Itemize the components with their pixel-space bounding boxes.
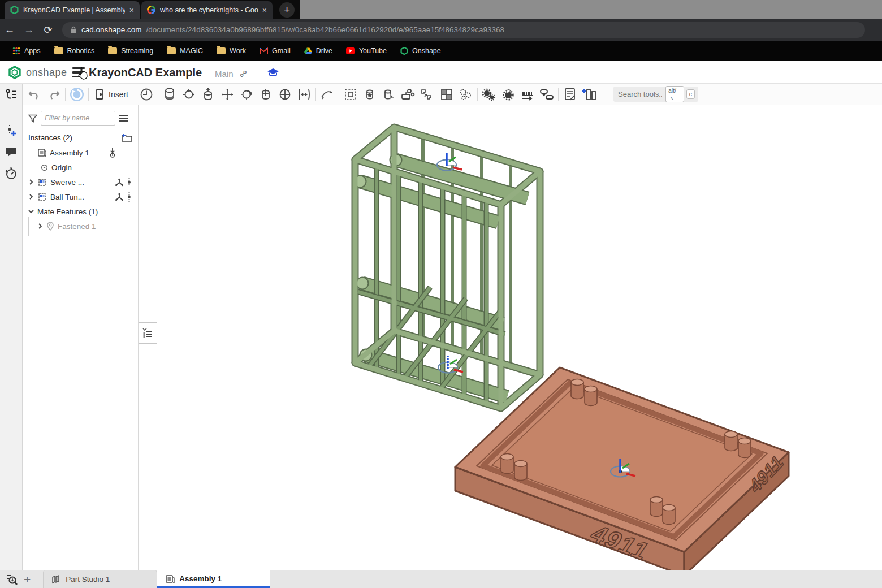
configurations-icon[interactable] bbox=[580, 86, 599, 103]
tree-item-mate-features[interactable]: Mate Features (1) bbox=[23, 204, 138, 219]
chevron-right-icon[interactable] bbox=[37, 223, 43, 229]
add-instance-icon[interactable] bbox=[3, 123, 19, 138]
bom-icon[interactable] bbox=[560, 86, 580, 103]
slider-mate-icon[interactable] bbox=[198, 86, 218, 103]
redo-icon[interactable] bbox=[44, 86, 63, 103]
tangent-mate-icon[interactable] bbox=[275, 86, 295, 103]
history-icon[interactable] bbox=[3, 166, 19, 181]
workspace-name[interactable]: Main bbox=[215, 69, 234, 79]
filter-row bbox=[23, 105, 138, 130]
tree-item-fastened[interactable]: Fastened 1 bbox=[23, 219, 138, 234]
ball-tunnel-model[interactable] bbox=[354, 127, 541, 408]
part-instance-icon bbox=[37, 192, 47, 201]
back-icon[interactable]: ← bbox=[0, 24, 19, 36]
belt-relation-icon[interactable] bbox=[537, 86, 556, 103]
search-tabs-icon[interactable] bbox=[6, 574, 18, 585]
address-bar[interactable]: cad.onshape.com/documents/24d836034a0b96… bbox=[62, 22, 865, 38]
filter-icon[interactable] bbox=[28, 114, 37, 123]
chevron-right-icon[interactable] bbox=[28, 194, 34, 200]
dof-indicator-icon bbox=[127, 178, 131, 187]
bookmark-label: Drive bbox=[316, 47, 332, 55]
fastened-mate-pin-icon bbox=[46, 222, 54, 231]
tree-item-assembly[interactable]: Assembly 1 bbox=[23, 145, 138, 160]
dof-indicator-icon bbox=[127, 192, 131, 202]
mate-connector-icon[interactable] bbox=[418, 86, 437, 103]
tree-item-label: Fastened 1 bbox=[58, 222, 96, 231]
apps-grid-icon bbox=[12, 47, 20, 55]
insert-button[interactable]: Insert bbox=[90, 86, 133, 103]
feature-list-icon bbox=[142, 327, 153, 339]
part-studio-icon bbox=[51, 574, 61, 584]
instance-tree-icon[interactable] bbox=[3, 87, 19, 102]
rotate-view-icon[interactable] bbox=[67, 86, 87, 103]
revolute-mate-icon[interactable] bbox=[137, 86, 156, 103]
snap-mode-icon[interactable] bbox=[318, 86, 337, 103]
tree-item-label: Assembly 1 bbox=[50, 149, 89, 157]
new-folder-icon[interactable] bbox=[122, 133, 132, 142]
undo-icon[interactable] bbox=[25, 86, 44, 103]
tab-title: KrayonCAD Example | Assembly bbox=[23, 6, 125, 14]
manage-positions-icon[interactable] bbox=[379, 86, 399, 103]
onshape-logo[interactable]: onshape bbox=[8, 66, 67, 79]
chevron-right-icon[interactable] bbox=[28, 179, 34, 185]
learning-center-icon[interactable] bbox=[267, 68, 279, 77]
bookmark-onshape[interactable]: Onshape bbox=[395, 47, 447, 55]
list-options-icon[interactable] bbox=[119, 114, 129, 122]
fastened-mate-icon[interactable] bbox=[160, 86, 179, 103]
ball-mate-icon[interactable] bbox=[179, 86, 198, 103]
mates-icon bbox=[115, 178, 124, 187]
close-tab-icon[interactable]: × bbox=[129, 6, 134, 14]
forward-icon[interactable]: → bbox=[19, 24, 38, 36]
youtube-icon bbox=[346, 47, 355, 54]
search-tools-input[interactable] bbox=[617, 89, 663, 99]
filter-input[interactable] bbox=[41, 111, 115, 126]
named-positions-icon[interactable] bbox=[360, 86, 379, 103]
bookmark-magic[interactable]: MAGIC bbox=[161, 47, 209, 55]
search-tools[interactable]: alt/⌥ c bbox=[613, 87, 698, 102]
bookmark-work[interactable]: Work bbox=[211, 47, 252, 55]
bookmark-label: Streaming bbox=[121, 47, 153, 55]
planar-mate-icon[interactable] bbox=[218, 86, 237, 103]
display-states-icon[interactable] bbox=[437, 86, 456, 103]
bookmark-drive[interactable]: Drive bbox=[299, 47, 338, 55]
group-icon[interactable] bbox=[399, 86, 418, 103]
onshape-logo-icon bbox=[8, 66, 21, 79]
tree-item-ball-tunnel[interactable]: Ball Tun... bbox=[23, 189, 138, 204]
brand-name: onshape bbox=[26, 67, 67, 79]
bookmark-label: Gmail bbox=[272, 47, 291, 55]
tree-item-swerve[interactable]: Swerve ... bbox=[23, 175, 138, 189]
insert-label: Insert bbox=[109, 90, 128, 99]
cylindrical-mate-icon[interactable] bbox=[237, 86, 256, 103]
bookmark-youtube[interactable]: YouTube bbox=[340, 47, 392, 55]
rack-pinion-relation-icon[interactable] bbox=[518, 86, 537, 103]
browser-tab-onshape[interactable]: KrayonCAD Example | Assembly × bbox=[5, 1, 140, 19]
bookmark-gmail[interactable]: Gmail bbox=[254, 47, 296, 55]
assembly-3d-view[interactable]: 4911 4911 bbox=[139, 105, 882, 570]
features-panel-toggle[interactable] bbox=[139, 322, 157, 344]
onshape-favicon-icon bbox=[10, 6, 19, 14]
browser-tab-google[interactable]: who are the cyberknights - Goog × bbox=[141, 1, 273, 19]
tree-item-origin[interactable]: Origin bbox=[23, 160, 138, 175]
reload-icon[interactable]: ⟳ bbox=[38, 24, 58, 36]
chevron-down-icon[interactable] bbox=[28, 209, 34, 214]
tab-assembly[interactable]: Assembly 1 bbox=[157, 570, 270, 588]
bookmark-apps[interactable]: Apps bbox=[7, 47, 46, 55]
screw-relation-icon[interactable] bbox=[499, 86, 518, 103]
assembly-icon bbox=[37, 148, 46, 157]
comments-icon[interactable] bbox=[3, 145, 19, 159]
bookmark-streaming[interactable]: Streaming bbox=[102, 47, 159, 55]
model-viewport[interactable]: 4911 4911 bbox=[139, 105, 882, 570]
pin-slot-mate-icon[interactable] bbox=[256, 86, 275, 103]
close-tab-icon[interactable]: × bbox=[262, 6, 267, 14]
gear-relation-icon[interactable] bbox=[479, 86, 499, 103]
instances-panel: Instances (2) Assembly 1 Origin Swerve .… bbox=[23, 105, 139, 570]
parallel-mate-icon[interactable] bbox=[295, 86, 314, 103]
bookmark-robotics[interactable]: Robotics bbox=[49, 47, 101, 55]
google-favicon-icon bbox=[147, 6, 155, 14]
new-tab-button[interactable]: + bbox=[279, 2, 295, 18]
add-element-tab-button[interactable]: + bbox=[24, 573, 31, 586]
select-region-icon[interactable] bbox=[341, 86, 360, 103]
tab-part-studio[interactable]: Part Studio 1 bbox=[43, 570, 157, 588]
tab-label: Part Studio 1 bbox=[66, 575, 110, 583]
relations-icon[interactable] bbox=[456, 86, 475, 103]
